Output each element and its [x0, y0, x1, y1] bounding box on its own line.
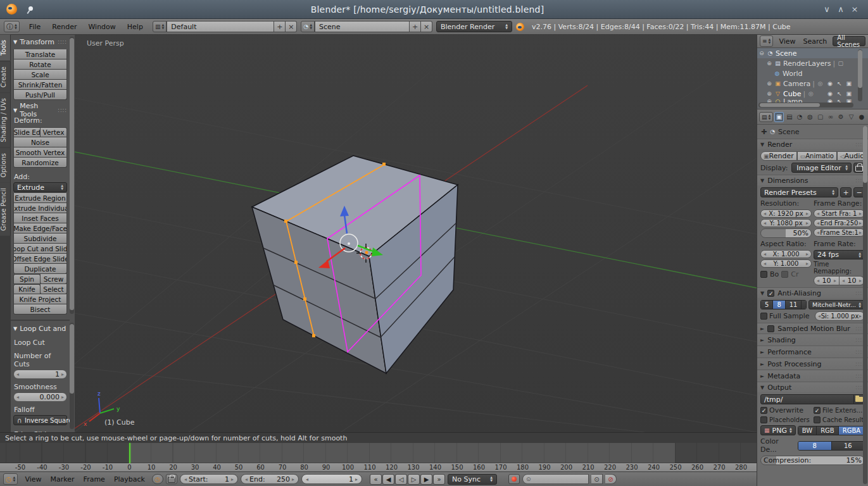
outliner-row-scene[interactable]: ⊖ ◔ Scene: [757, 48, 868, 58]
collapsed-section-header[interactable]: ► Post Processing ::::: [757, 358, 868, 370]
tool-button[interactable]: Extrude Individual: [13, 203, 67, 213]
render-button[interactable]: ▣Render: [760, 151, 797, 161]
tab-modifiers[interactable]: ⚙: [836, 112, 845, 122]
tool-button[interactable]: Extrude Region: [13, 193, 67, 203]
collapsed-section-header[interactable]: ► Performance ::::: [757, 346, 868, 358]
menu-item[interactable]: Frame: [79, 475, 110, 483]
outliner-filter-select[interactable]: All Scenes: [833, 36, 865, 46]
menu-item[interactable]: Help: [122, 23, 149, 31]
selectable-icon[interactable]: ↖: [837, 80, 842, 87]
selectable-icon[interactable]: ↖: [837, 90, 842, 97]
motion-blur-section-header[interactable]: ► Sampled Motion Blur ::::: [757, 323, 868, 333]
menu-item[interactable]: Playback: [110, 475, 149, 483]
stepper-right-icon[interactable]: ▸: [61, 371, 64, 377]
file-extensions-checkbox[interactable]: ✓: [814, 407, 821, 414]
lock-time-button[interactable]: [166, 474, 177, 484]
tool-button-knife[interactable]: Knife: [13, 284, 41, 294]
antialiasing-section-header[interactable]: ▼ ✓ Anti-Aliasing ::::: [757, 287, 868, 298]
file-format-select[interactable]: ▦ PNG ▲▼: [760, 425, 796, 435]
resolution-percentage-slider[interactable]: 50%: [760, 228, 812, 238]
jump-to-start-button[interactable]: «: [370, 474, 382, 485]
remap-new-field[interactable]: ◂10▸: [840, 276, 865, 285]
tool-button-smooth-vertex[interactable]: Smooth Vertex: [13, 147, 67, 158]
end-frame-field[interactable]: ◂ End: 250 ▸: [241, 474, 299, 484]
render-engine-select[interactable]: Blender Render ▲▼: [436, 21, 512, 32]
aspect-x-field[interactable]: ◂X: 1.000▸: [760, 250, 812, 258]
compression-slider[interactable]: Compression: 15%: [760, 456, 865, 465]
cache-result-checkbox[interactable]: [814, 416, 821, 423]
tool-button[interactable]: Duplicate: [13, 264, 67, 274]
tab-render-layers[interactable]: ▤: [785, 112, 794, 122]
transform-panel-header[interactable]: ▼ Transform ::::: [13, 37, 67, 47]
add-layout-button[interactable]: +: [274, 21, 286, 32]
properties-scrollbar[interactable]: [863, 126, 867, 484]
pin-icon[interactable]: [27, 6, 35, 13]
window-maximize-button[interactable]: ∧: [834, 4, 848, 14]
menu-item[interactable]: View: [20, 475, 46, 483]
tool-button-spin[interactable]: Spin: [13, 274, 41, 284]
tab-object[interactable]: ▢: [816, 112, 825, 122]
tool-button-bisect[interactable]: Bisect: [13, 304, 67, 315]
frame-rate-select[interactable]: 24 fps ▲▼: [814, 250, 865, 259]
outliner-hscrollbar[interactable]: [758, 103, 853, 108]
tool-button-noise[interactable]: Noise: [13, 137, 67, 147]
jump-to-end-button[interactable]: »: [433, 474, 445, 485]
resolution-y-field[interactable]: ◂Y: 1080 px▸: [760, 219, 812, 227]
add-preset-button[interactable]: +: [840, 187, 852, 197]
play-button[interactable]: ▷: [408, 474, 420, 485]
panel-drag-handle[interactable]: ::::: [58, 39, 67, 45]
tool-button[interactable]: Push/Pull: [13, 90, 67, 100]
outliner-menu-view[interactable]: View: [777, 37, 797, 46]
collapsed-section-header[interactable]: ► Metadata ::::: [757, 370, 868, 382]
window-minimize-button[interactable]: ∨: [820, 4, 834, 14]
auto-keyframe-button[interactable]: [508, 474, 520, 484]
render-restrict-icon[interactable]: ▣: [846, 90, 852, 97]
depth-8[interactable]: 8: [798, 442, 832, 450]
aa-samples-8[interactable]: 8: [773, 301, 785, 309]
tool-button[interactable]: Translate: [13, 49, 67, 59]
scene-icon-button[interactable]: ◔ ▲▼: [301, 21, 315, 32]
operator-panel-header[interactable]: ▼ Loop Cut and Slide: [13, 323, 67, 333]
tab-object-data[interactable]: ▽: [846, 112, 855, 122]
tool-button[interactable]: Subdivide: [13, 234, 67, 244]
properties-editor-selector[interactable]: ▤ ▲▼: [759, 112, 773, 122]
outliner-row-world[interactable]: ◍ World: [757, 68, 868, 78]
border-checkbox[interactable]: [760, 271, 767, 278]
aa-samples-5[interactable]: 5: [761, 301, 773, 309]
tool-button[interactable]: Rotate: [13, 59, 67, 70]
tab-create[interactable]: Create: [0, 61, 11, 92]
antialiasing-checkbox[interactable]: ✓: [767, 290, 774, 297]
aspect-y-field[interactable]: ◂Y: 1.000▸: [760, 259, 812, 268]
placeholders-checkbox[interactable]: [760, 416, 767, 423]
tool-button-slide-edge[interactable]: Slide Ed: [13, 127, 41, 137]
panel-drag-handle[interactable]: ::::: [58, 108, 67, 113]
tool-button[interactable]: Offset Edge Slide: [13, 254, 67, 264]
menu-item[interactable]: Window: [82, 23, 121, 31]
outliner-vscrollbar[interactable]: [858, 49, 862, 101]
outliner-menu-search[interactable]: Search: [802, 37, 829, 46]
hide-icon[interactable]: ◉: [827, 80, 833, 87]
overwrite-checkbox[interactable]: ✓: [760, 407, 767, 414]
tool-button[interactable]: Inset Faces: [13, 213, 67, 223]
output-section-header[interactable]: ▼ Output ::::: [757, 382, 868, 392]
delete-scene-button[interactable]: ×: [421, 21, 432, 32]
tab-options[interactable]: Options: [0, 148, 11, 183]
outliner-row-renderlayers[interactable]: ⊕ ▤ RenderLayers |▢: [757, 58, 868, 68]
expander-icon[interactable]: ⊖: [758, 50, 765, 56]
play-reverse-button[interactable]: ◁: [395, 474, 407, 485]
smoothness-slider[interactable]: ◂ 0.000 ▸: [13, 392, 67, 402]
outliner-editor-selector[interactable]: ≡ ▲▼: [760, 35, 773, 47]
pin-icon[interactable]: ✚: [761, 128, 767, 136]
tool-button[interactable]: Make Edge/Face: [13, 223, 67, 234]
tab-constraints[interactable]: ∞: [826, 112, 835, 122]
aa-samples-16[interactable]: 16: [802, 301, 807, 309]
dimensions-section-header[interactable]: ▼ Dimensions ::::: [757, 175, 868, 185]
render-animation-button[interactable]: ▭Animatio: [797, 151, 837, 161]
expander-icon[interactable]: ⊕: [766, 90, 772, 97]
end-frame-field[interactable]: ◂End Fra:250▸: [814, 219, 865, 227]
timeline-ruler[interactable]: -50-40-30-20-100102030405060708090100110…: [0, 463, 757, 472]
tool-button[interactable]: Scale: [13, 70, 67, 80]
time-display-toggle[interactable]: ◷: [152, 474, 163, 484]
render-section-header[interactable]: ▼ Render ::::: [757, 139, 868, 149]
timeline-tracks[interactable]: [0, 443, 757, 463]
